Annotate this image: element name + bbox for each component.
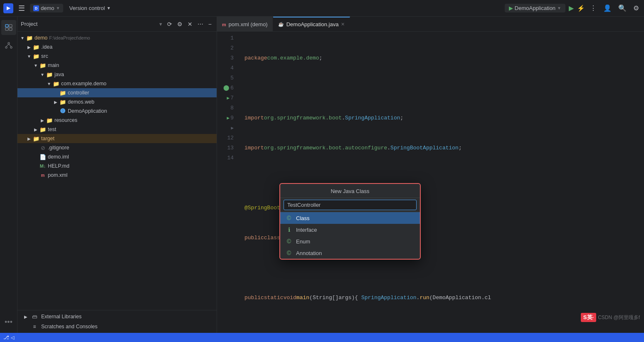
activity-bar: ••• [0,17,17,333]
tree-item-idea[interactable]: ▶ 📁 .idea [17,42,217,52]
code-line-8 [244,263,637,273]
tree-label-external-libraries: External Libraries [41,314,81,320]
run-config-arrow: ▼ [557,6,561,10]
activity-project[interactable] [1,20,16,35]
tree-item-controller[interactable]: 📁 controller [17,88,217,97]
project-tree: ▼ 📁 demo F:\ideaProject\demo ▶ 📁 .idea ▼… [17,32,217,310]
run-config-name: DemoApplication [515,5,555,11]
scratches-consoles-item[interactable]: ≡ Scratches and Consoles [21,322,213,331]
main-layout: ••• Project ▼ ⟳ ⚙ ✕ ⋯ − ▼ 📁 demo F:\idea… [0,17,644,333]
close-icon[interactable]: ✕ [186,20,194,28]
profile-button[interactable]: 👤 [602,2,613,14]
editor-content: 1 2 3 4 5 ⬤6 ▶7 8 ▶9 ▶ 12 13 [217,32,644,333]
tree-item-iml[interactable]: 📄 demo.iml [17,152,217,161]
svg-point-5 [5,47,7,48]
folder-icon: 📁 [39,62,47,69]
modal-item-class[interactable]: © Class [280,212,420,224]
code-line-5 [244,173,637,183]
tree-item-target[interactable]: ▶ 📁 target [17,134,217,143]
svg-rect-1 [9,25,12,27]
hamburger-menu[interactable]: ☰ [17,2,27,15]
interface-icon: ℹ [285,226,293,233]
folder-icon: 📁 [46,72,53,78]
tab-java-label: DemoApplication.java [286,21,339,27]
tab-pom-xml[interactable]: m pom.xml (demo) [217,17,273,31]
tree-item-demo[interactable]: ▼ 📁 demo F:\ideaProject\demo [17,33,217,42]
folder-icon: 📁 [39,126,47,133]
csdn-watermark: S英· CSDN @阿里嘎多f [581,313,640,322]
more-icon[interactable]: ⋯ [196,20,205,28]
more-options-button[interactable]: ⋮ [588,2,598,14]
project-name: demo [41,5,54,11]
vcs-arrow: ▼ [106,6,111,10]
tree-item-help[interactable]: M↓ HELP.md [17,161,217,171]
minimize-icon[interactable]: − [207,20,213,28]
project-icon: D [33,5,39,11]
activity-structure[interactable] [1,38,16,53]
tree-item-java[interactable]: ▼ 📁 java [17,70,217,79]
enum-icon: © [285,238,293,245]
tree-item-demos-web[interactable]: ▶ 📁 demos.web [17,97,217,107]
folder-icon: 📁 [46,117,53,124]
app-logo: ▶ [3,3,13,13]
activity-more[interactable]: ••• [1,315,16,330]
folder-icon: 📁 [59,90,67,96]
vcs-selector[interactable]: Version control ▼ [67,4,113,12]
tree-arrow: ▼ [32,63,39,68]
search-button[interactable]: 🔍 [617,2,628,14]
gitignore-icon: ⊘ [39,145,47,151]
tree-item-src[interactable]: ▼ 📁 src [17,52,217,61]
project-selector[interactable]: D demo ▼ [30,4,63,12]
run-configuration[interactable]: ▶ DemoApplication ▼ [505,4,565,12]
sync-icon[interactable]: ⟳ [165,20,174,28]
line-num-8: 8 [217,103,234,113]
topbar: ▶ ☰ D demo ▼ Version control ▼ ▶ DemoApp… [0,0,644,17]
svg-line-7 [6,44,9,47]
tab-demoapplication[interactable]: ☕ DemoApplication.java ✕ [273,17,350,31]
line-num-2: 2 [217,43,234,53]
modal-item-enum[interactable]: © Enum [280,235,420,247]
modal-input-container [280,198,420,212]
external-libraries-item[interactable]: ▶ 🗃 External Libraries [21,312,213,321]
code-line-12 [244,323,637,333]
tree-arrow: ▶ [52,100,59,104]
tree-label-package: com.example.demo [61,81,106,87]
tree-item-pom[interactable]: m pom.xml [17,171,217,180]
modal-title: New Java Class [280,184,420,198]
line-num-1: 1 [217,33,234,43]
tree-label-path: F:\ideaProject\demo [49,35,90,40]
svg-rect-3 [9,28,12,30]
tab-close-button[interactable]: ✕ [341,22,345,27]
tree-arrow: ▶ [32,127,39,132]
gear-icon[interactable]: ⚙ [175,20,184,28]
tree-arrow: ▶ [22,315,29,319]
java-tab-icon: ☕ [278,22,284,27]
tree-item-demoapplication[interactable]: 🅓 DemoApplication [17,107,217,116]
class-icon: © [285,214,293,222]
editor-area: m pom.xml (demo) ☕ DemoApplication.java … [217,17,644,333]
tree-arrow: ▼ [26,54,32,59]
tree-item-package[interactable]: ▼ 📁 com.example.demo [17,79,217,88]
sidebar-actions: ⟳ ⚙ ✕ ⋯ − [165,20,213,28]
line-numbers: 1 2 3 4 5 ⬤6 ▶7 8 ▶9 ▶ 12 13 [217,32,238,333]
debug-button[interactable]: ⚡ [577,5,585,12]
tree-arrow: ▼ [39,72,46,77]
navigate-back[interactable]: ◁ [11,335,14,340]
run-button[interactable]: ▶ [569,4,574,12]
tree-item-main[interactable]: ▼ 📁 main [17,61,217,70]
tree-item-gitignore[interactable]: ⊘ .gitignore [17,143,217,152]
modal-item-class-label: Class [296,215,310,221]
tree-item-test[interactable]: ▶ 📁 test [17,125,217,134]
status-bar: ⎇ ◁ [0,333,644,342]
tree-label-main: main [48,62,59,68]
settings-button[interactable]: ⚙ [632,2,641,14]
code-content[interactable]: package com.example.demo; import org.spr… [238,32,644,333]
line-num-14: 14 [217,153,234,163]
folder-icon: 📁 [32,44,40,50]
libraries-icon: 🗃 [31,314,38,320]
annotation-icon: © [285,249,293,257]
class-name-input[interactable] [284,200,417,210]
modal-item-interface[interactable]: ℹ Interface [280,224,420,235]
modal-item-annotation[interactable]: © Annotation [280,247,420,259]
tree-item-resources[interactable]: ▶ 📁 resources [17,116,217,125]
